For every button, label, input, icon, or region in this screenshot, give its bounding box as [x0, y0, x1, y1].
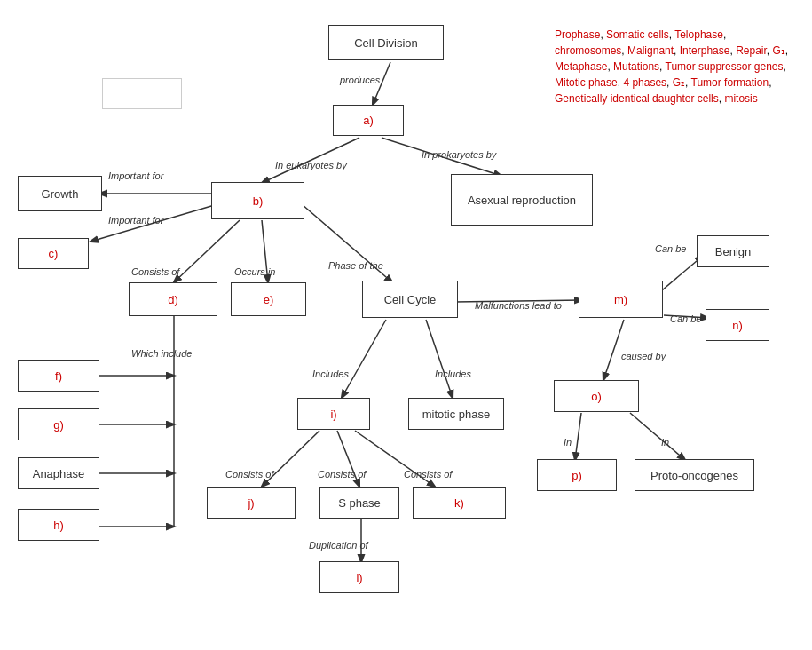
d-label: d): [168, 293, 178, 306]
o-label: o): [591, 390, 602, 403]
node-a[interactable]: a): [333, 105, 404, 136]
node-b[interactable]: b): [211, 182, 304, 219]
node-i[interactable]: i): [297, 398, 370, 430]
edge-in-eukaryotes: In eukaryotes by: [275, 160, 347, 170]
drag-box[interactable]: [102, 78, 182, 109]
a-label: a): [363, 114, 374, 127]
edge-includes-2: Includes: [435, 369, 471, 379]
node-d[interactable]: d): [129, 282, 217, 316]
diagram-container: Prophase, Somatic cells, Telophase, chro…: [0, 0, 812, 650]
node-cell-division: Cell Division: [328, 25, 444, 60]
edge-consists-k: Consists of: [404, 469, 452, 480]
svg-line-13: [342, 320, 386, 398]
anaphase-label: Anaphase: [33, 467, 85, 480]
word-bank: Prophase, Somatic cells, Telophase, chro…: [555, 27, 794, 107]
h-label: h): [53, 519, 64, 532]
node-o[interactable]: o): [554, 380, 639, 412]
word-bank-text: Prophase, Somatic cells, Telophase, chro…: [555, 28, 788, 105]
node-j[interactable]: j): [207, 487, 296, 519]
e-label: e): [264, 293, 274, 306]
f-label: f): [55, 369, 62, 383]
asexual-label: Asexual reproduction: [468, 194, 576, 207]
edge-phase-of: Phase of the: [328, 260, 383, 271]
edge-consists-s: Consists of: [318, 469, 366, 480]
edge-duplication: Duplication of: [309, 540, 368, 551]
cell-cycle-label: Cell Cycle: [384, 293, 437, 306]
node-p[interactable]: p): [537, 459, 617, 491]
g-label: g): [53, 418, 64, 432]
mitotic-phase-label: mitotic phase: [422, 408, 491, 421]
n-label: n): [732, 319, 743, 332]
node-k[interactable]: k): [413, 487, 506, 519]
p-label: p): [572, 469, 582, 482]
edge-produces: produces: [340, 75, 380, 85]
node-cell-cycle: Cell Cycle: [362, 281, 458, 318]
b-label: b): [253, 194, 264, 208]
node-l[interactable]: l): [319, 561, 399, 593]
proto-oncogenes-label: Proto-oncogenes: [650, 469, 738, 482]
s-phase-label: S phase: [338, 496, 381, 510]
edge-in-prokaryotes: In prokaryotes by: [422, 149, 496, 160]
m-label: m): [614, 293, 627, 306]
i-label: i): [330, 408, 336, 421]
edge-can-be-benign: Can be: [655, 243, 686, 254]
node-anaphase: Anaphase: [18, 457, 99, 489]
j-label: j): [248, 496, 254, 510]
node-h[interactable]: h): [18, 509, 99, 541]
svg-line-22: [603, 320, 624, 380]
c-label: c): [49, 247, 59, 260]
node-growth: Growth: [18, 176, 102, 211]
edge-consists-j: Consists of: [225, 469, 273, 480]
edge-important-for-1: Important for: [108, 170, 163, 181]
svg-line-5: [174, 220, 240, 282]
edge-occurs-in: Occurs in: [234, 266, 275, 277]
l-label: l): [356, 571, 362, 584]
edge-caused-by: caused by: [621, 351, 666, 361]
node-benign: Benign: [697, 235, 769, 267]
cell-division-label: Cell Division: [354, 36, 418, 50]
node-g[interactable]: g): [18, 408, 99, 440]
node-f[interactable]: f): [18, 360, 99, 392]
node-n[interactable]: n): [706, 309, 769, 341]
edge-important-for-2: Important for: [108, 215, 163, 226]
node-m[interactable]: m): [579, 281, 663, 318]
node-proto-oncogenes: Proto-oncogenes: [635, 459, 754, 491]
benign-label: Benign: [715, 245, 751, 258]
node-mitotic-phase: mitotic phase: [408, 398, 504, 430]
edge-in-p: In: [564, 437, 572, 448]
edge-which-include: Which include: [131, 348, 192, 359]
edge-consists-of-d: Consists of: [131, 266, 179, 277]
svg-line-23: [575, 413, 581, 460]
node-c[interactable]: c): [18, 238, 89, 269]
svg-line-24: [630, 413, 685, 460]
growth-label: Growth: [42, 187, 79, 201]
node-asexual: Asexual reproduction: [451, 174, 593, 226]
edge-includes-1: Includes: [312, 369, 349, 379]
node-e[interactable]: e): [231, 282, 306, 316]
svg-line-14: [426, 320, 453, 398]
node-s-phase: S phase: [319, 487, 399, 519]
edge-malfunctions: Malfunctions lead to: [475, 300, 562, 311]
edge-in-proto: In: [661, 437, 669, 448]
k-label: k): [454, 496, 464, 510]
edge-can-be-n: Can be: [670, 313, 701, 324]
